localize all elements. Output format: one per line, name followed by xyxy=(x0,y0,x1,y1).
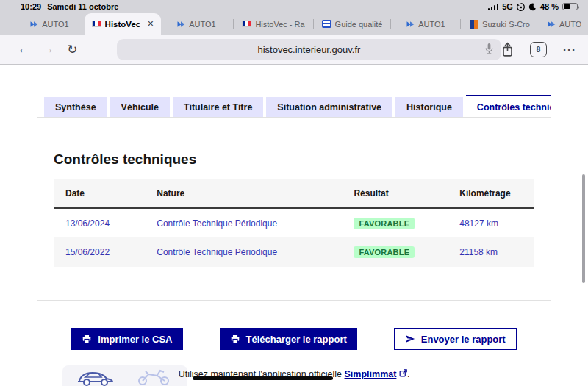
browser-tab-strip: AUTO1 HistoVec ✕ AUTO1 HistoVec - Ra Gui… xyxy=(0,13,588,35)
battery-icon xyxy=(562,3,578,10)
tab-separator xyxy=(460,19,461,29)
table-header-row: Date Nature Résultat Kilométrage xyxy=(54,179,534,208)
url-text: histovec.interieur.gouv.fr xyxy=(257,44,360,55)
button-label: Envoyer le rapport xyxy=(421,334,506,345)
footer-suffix: . xyxy=(407,369,409,379)
tab-titulaire-et-titre[interactable]: Titulaire et Titre xyxy=(173,97,263,118)
tab-label: Titulaire et Titre xyxy=(184,102,252,112)
tab-synthese[interactable]: Synthèse xyxy=(44,97,107,118)
tab-label: Situation administrative xyxy=(277,102,381,112)
close-tab-icon[interactable]: ✕ xyxy=(147,19,154,29)
cell-kilometrage: 21158 km xyxy=(448,237,534,267)
cell-date: 13/06/2024 xyxy=(54,208,145,237)
battery-percent: 48 % xyxy=(540,2,559,11)
tab-label: Suzuki S-Cro xyxy=(482,20,530,29)
header-nature: Nature xyxy=(145,179,342,208)
button-label: Télécharger le rapport xyxy=(246,334,347,345)
tab-separator xyxy=(233,19,234,29)
controles-techniques-panel: Contrôles techniques Date Nature Résulta… xyxy=(37,117,551,301)
simplimmat-link[interactable]: Simplimmat xyxy=(345,369,397,379)
tab-label: AUTO1 xyxy=(189,20,215,29)
page-content: Synthèse Véhicule Titulaire et Titre Sit… xyxy=(0,65,588,386)
header-kilometrage: Kilométrage xyxy=(448,179,534,208)
header-resultat: Résultat xyxy=(342,179,448,208)
printer-icon xyxy=(82,334,92,344)
browser-tab-suzuki[interactable]: Suzuki S-Cro xyxy=(462,13,537,35)
page-scrollbar[interactable] xyxy=(582,174,585,283)
tab-separator xyxy=(539,19,539,29)
tab-label: Synthèse xyxy=(55,102,96,112)
network-type: 5G xyxy=(502,2,513,11)
page-title: Contrôles techniques xyxy=(54,151,534,168)
browser-tab-guide-qualite[interactable]: Guide qualité xyxy=(315,13,389,35)
cell-date: 15/06/2022 xyxy=(54,237,145,267)
tab-label: Guide qualité xyxy=(335,20,383,29)
more-menu-button[interactable]: ··· xyxy=(563,43,576,56)
cell-nature: Contrôle Technique Périodique xyxy=(145,237,342,267)
clock: 10:29 xyxy=(21,2,41,11)
cell-nature: Contrôle Technique Périodique xyxy=(145,208,342,237)
header-date: Date xyxy=(54,179,145,208)
tab-label: AUTO1 xyxy=(418,20,445,29)
tab-separator xyxy=(390,19,391,29)
tab-label: Contrôles techniques xyxy=(477,102,551,112)
home-indicator[interactable] xyxy=(193,376,333,380)
tab-separator xyxy=(313,19,314,29)
inspections-table: Date Nature Résultat Kilométrage 13/06/2… xyxy=(54,179,534,267)
address-bar[interactable]: histovec.interieur.gouv.fr xyxy=(117,39,501,60)
moon-icon xyxy=(528,3,537,11)
status-bar: 10:29 Samedi 11 octobre 5G 48 % xyxy=(0,0,588,13)
tab-count: 8 xyxy=(537,46,541,54)
forward-button[interactable]: → xyxy=(36,42,60,57)
back-button[interactable]: ← xyxy=(12,42,36,57)
tab-label: Historique xyxy=(406,102,452,112)
tab-vehicule[interactable]: Véhicule xyxy=(110,97,170,118)
browser-tab-auto1-4[interactable]: AUTO1 xyxy=(541,13,587,35)
french-flag-icon xyxy=(242,21,251,27)
reload-button[interactable]: ↻ xyxy=(60,42,85,57)
tab-controles-techniques[interactable]: Contrôles techniques xyxy=(466,95,551,118)
button-label: Imprimer le CSA xyxy=(98,334,172,345)
mic-icon[interactable] xyxy=(484,43,494,55)
download-report-button[interactable]: Télécharger le rapport xyxy=(220,328,357,350)
print-csa-button[interactable]: Imprimer le CSA xyxy=(71,328,182,350)
status-badge: FAVORABLE xyxy=(354,218,415,229)
suzuki-icon xyxy=(470,20,478,29)
auto1-icon xyxy=(176,20,185,29)
tab-label: Véhicule xyxy=(121,102,159,112)
browser-tab-histovec-2[interactable]: HistoVec - Ra xyxy=(235,13,312,35)
browser-tab-auto1-2[interactable]: AUTO1 xyxy=(161,13,232,35)
browser-tab-auto1-3[interactable]: AUTO1 xyxy=(392,13,459,35)
guide-qualite-icon xyxy=(322,20,331,28)
cell-kilometrage: 48127 km xyxy=(448,208,534,237)
browser-chrome: 10:29 Samedi 11 octobre 5G 48 % AUTO1 Hi… xyxy=(0,0,588,35)
status-badge: FAVORABLE xyxy=(354,246,415,258)
share-icon[interactable] xyxy=(501,42,514,57)
french-flag-icon xyxy=(92,21,101,27)
table-row: 13/06/2024 Contrôle Technique Périodique… xyxy=(54,208,534,237)
tab-historique[interactable]: Historique xyxy=(395,97,463,118)
auto1-icon xyxy=(547,20,556,29)
auto1-icon xyxy=(29,20,38,29)
browser-tab-histovec-active[interactable]: HistoVec ✕ xyxy=(85,13,161,35)
rotation-lock-icon xyxy=(517,3,525,11)
action-buttons: Imprimer le CSA Télécharger le rapport E… xyxy=(0,328,588,350)
status-date: Samedi 11 octobre xyxy=(47,2,118,11)
tab-overview-button[interactable]: 8 xyxy=(530,42,547,57)
tab-label: HistoVec xyxy=(105,20,141,29)
send-report-button[interactable]: Envoyer le rapport xyxy=(394,328,517,350)
histovec-tab-bar: Synthèse Véhicule Titulaire et Titre Sit… xyxy=(44,93,551,118)
external-link-icon xyxy=(399,369,407,377)
tab-label: HistoVec - Ra xyxy=(255,20,304,29)
tab-label: AUTO1 xyxy=(42,20,68,29)
tab-separator xyxy=(12,19,12,29)
printer-icon xyxy=(230,334,240,344)
signal-icon xyxy=(488,4,499,10)
auto1-icon xyxy=(406,20,415,29)
browser-tab-auto1-1[interactable]: AUTO1 xyxy=(14,13,85,35)
tab-label: AUTO1 xyxy=(559,20,581,29)
tab-situation-administrative[interactable]: Situation administrative xyxy=(266,97,392,118)
table-row: 15/06/2022 Contrôle Technique Périodique… xyxy=(54,237,534,267)
browser-nav-bar: ← → ↻ histovec.interieur.gouv.fr 8 ··· xyxy=(0,35,588,65)
send-icon xyxy=(405,334,415,344)
